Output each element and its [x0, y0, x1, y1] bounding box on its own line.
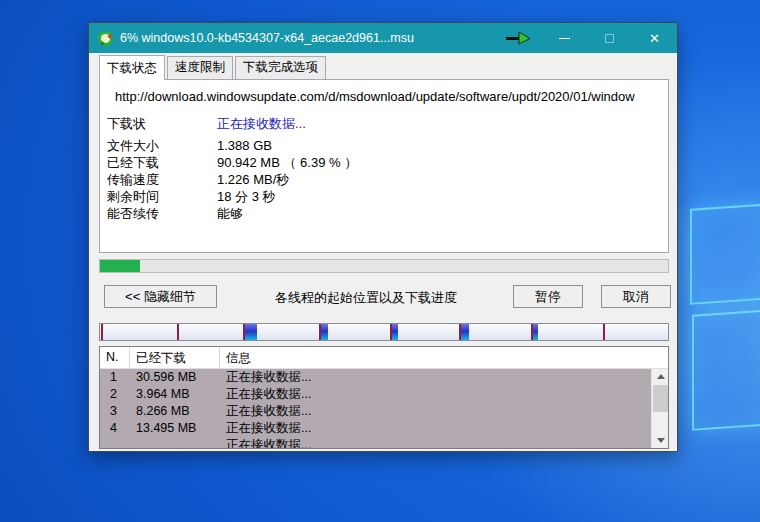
- scroll-down-icon: [657, 438, 665, 443]
- threads-table-header: N. 已经下载 信息: [100, 347, 668, 369]
- maximize-icon: [605, 34, 614, 43]
- progress-fill: [100, 260, 140, 272]
- cell-downloaded: 3.964 MB: [130, 386, 220, 403]
- minimize-button[interactable]: [542, 23, 587, 53]
- window-title: 6% windows10.0-kb4534307-x64_aecae2d961.…: [120, 31, 414, 45]
- threads-table-body: 1 30.596 MB 正在接收数据... 2 3.964 MB 正在接收数据.…: [100, 369, 651, 448]
- cell-downloaded: 13.495 MB: [130, 420, 220, 437]
- thread-start-marker: [243, 324, 245, 340]
- table-row[interactable]: 3 8.266 MB 正在接收数据...: [100, 403, 651, 420]
- close-button[interactable]: ✕: [632, 23, 677, 53]
- speed-value: 1.226 MB/秒: [217, 171, 289, 188]
- thread-start-marker: [603, 324, 605, 340]
- cancel-button[interactable]: 取消: [601, 285, 671, 308]
- status-panel: http://download.windowsupdate.com/d/msdo…: [99, 79, 669, 253]
- downloaded-row: 已经下载 90.942 MB （ 6.39 % ）: [107, 154, 668, 171]
- cell-info: 正在接收数据...: [220, 403, 651, 420]
- cell-info: 正在接收数据...: [220, 386, 651, 403]
- cell-info: 正在接收数据...: [220, 437, 651, 448]
- time-left-row: 剩余时间 18 分 3 秒: [107, 188, 668, 205]
- download-progress-window: 6% windows10.0-kb4534307-x64_aecae2d961.…: [88, 22, 678, 452]
- resume-label: 能否续传: [107, 205, 217, 222]
- file-size-row: 文件大小 1.388 GB: [107, 137, 668, 154]
- cell-n: 3: [100, 403, 130, 420]
- speed-label: 传输速度: [107, 171, 217, 188]
- scrollbar-thumb[interactable]: [653, 385, 668, 412]
- scroll-down-button[interactable]: [652, 433, 669, 448]
- thread-start-marker: [459, 324, 461, 340]
- column-header-downloaded[interactable]: 已经下载: [130, 347, 220, 368]
- cell-info: 正在接收数据...: [220, 369, 651, 386]
- hide-details-button[interactable]: << 隐藏细节: [104, 285, 217, 308]
- table-row[interactable]: 正在接收数据...: [100, 437, 651, 448]
- tab-bar: 下载状态 速度限制 下载完成选项: [99, 59, 328, 79]
- download-arrow-icon: [505, 31, 531, 45]
- download-url: http://download.windowsupdate.com/d/msdo…: [115, 89, 664, 104]
- file-size-value: 1.388 GB: [217, 137, 272, 154]
- progress-bar: [99, 259, 669, 273]
- cell-n: 4: [100, 420, 130, 437]
- table-row[interactable]: 4 13.495 MB 正在接收数据...: [100, 420, 651, 437]
- pause-button[interactable]: 暂停: [513, 285, 583, 308]
- idm-logo-icon: [97, 30, 114, 47]
- table-row[interactable]: 2 3.964 MB 正在接收数据...: [100, 386, 651, 403]
- cell-n: 2: [100, 386, 130, 403]
- cell-n: 1: [100, 369, 130, 386]
- status-row: 下载状 正在接收数据...: [107, 115, 668, 132]
- maximize-button[interactable]: [587, 23, 632, 53]
- tab-on-completion[interactable]: 下载完成选项: [235, 56, 326, 79]
- tab-speed-limit[interactable]: 速度限制: [167, 56, 233, 79]
- thread-start-marker: [177, 324, 179, 340]
- downloaded-value: 90.942 MB （ 6.39 % ）: [217, 154, 357, 171]
- scroll-up-button[interactable]: [652, 369, 669, 384]
- tab-download-status[interactable]: 下载状态: [99, 55, 165, 80]
- time-left-label: 剩余时间: [107, 188, 217, 205]
- resume-row: 能否续传 能够: [107, 205, 668, 222]
- table-row[interactable]: 1 30.596 MB 正在接收数据...: [100, 369, 651, 386]
- threads-caption: 各线程的起始位置以及下载进度: [219, 289, 513, 307]
- cell-downloaded: 8.266 MB: [130, 403, 220, 420]
- thread-start-marker: [319, 324, 321, 340]
- thread-start-marker: [531, 324, 533, 340]
- time-left-value: 18 分 3 秒: [217, 188, 276, 205]
- resume-value: 能够: [217, 205, 243, 222]
- thread-progress-segment: [243, 324, 257, 340]
- speed-row: 传输速度 1.226 MB/秒: [107, 171, 668, 188]
- status-label: 下载状: [107, 115, 217, 132]
- thread-bar: [99, 323, 669, 341]
- thread-start-marker: [390, 324, 392, 340]
- cell-info: 正在接收数据...: [220, 420, 651, 437]
- thread-start-marker: [101, 324, 103, 340]
- file-size-label: 文件大小: [107, 137, 217, 154]
- minimize-icon: [559, 38, 570, 39]
- scroll-up-icon: [657, 374, 665, 379]
- titlebar[interactable]: 6% windows10.0-kb4534307-x64_aecae2d961.…: [89, 23, 677, 53]
- desktop-logo-pane-bottom: [692, 309, 760, 431]
- column-header-info[interactable]: 信息: [220, 347, 668, 368]
- close-icon: ✕: [649, 32, 660, 45]
- desktop-logo-pane-top: [690, 203, 760, 305]
- table-scrollbar[interactable]: [651, 369, 668, 448]
- cell-downloaded: [130, 437, 220, 448]
- column-header-n[interactable]: N.: [100, 347, 130, 368]
- downloaded-label: 已经下载: [107, 154, 217, 171]
- threads-table: N. 已经下载 信息 1 30.596 MB 正在接收数据... 2 3.964…: [99, 346, 669, 449]
- cell-n: [100, 437, 130, 448]
- cell-downloaded: 30.596 MB: [130, 369, 220, 386]
- status-value: 正在接收数据...: [217, 115, 306, 132]
